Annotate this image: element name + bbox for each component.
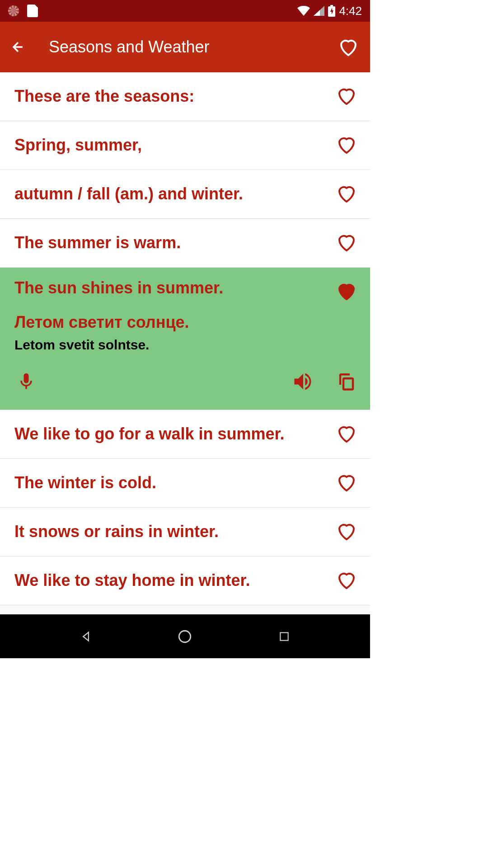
phrase-english: The summer is warm. [14,232,334,254]
favorite-button[interactable] [334,133,359,158]
heart-outline-icon [334,183,359,206]
square-recents-icon [278,631,290,642]
status-time: 4:42 [339,4,362,18]
phrase-english: It snows or rains in winter. [14,521,334,543]
triangle-back-icon [80,630,92,643]
nav-recents-button[interactable] [273,625,296,648]
page-title: Seasons and Weather [49,38,210,57]
favorite-button[interactable] [334,471,359,496]
heart-outline-icon [334,472,359,495]
heart-outline-icon [334,569,359,593]
back-button[interactable] [9,38,27,56]
phrase-row[interactable]: It snows or rains in winter. [0,508,370,557]
favorite-button[interactable] [334,519,359,545]
spinner-icon [8,5,19,16]
phrase-english: The winter is cold. [14,472,334,494]
copy-icon [337,371,356,394]
speaker-button[interactable] [291,370,316,395]
copy-button[interactable] [334,370,359,395]
phrase-english: The sun shines in summer. [14,278,334,297]
phrase-english: autumn / fall (am.) and winter. [14,183,334,205]
circle-home-icon [177,629,192,644]
wifi-icon [297,6,310,16]
heart-outline-icon [334,85,359,108]
phrase-row[interactable]: The winter is cold. [0,459,370,508]
favorite-all-button[interactable] [336,34,361,60]
heart-outline-icon [334,134,359,157]
phrase-english: Spring, summer, [14,134,334,156]
favorite-button[interactable] [334,278,359,304]
favorite-button[interactable] [334,84,359,109]
speaker-icon [291,370,315,395]
phrase-row[interactable]: autumn / fall (am.) and winter. [0,170,370,219]
svg-rect-2 [343,378,353,390]
heart-outline-icon [334,520,359,544]
phrase-list[interactable]: These are the seasons: Spring, summer, a… [0,72,370,614]
phrase-transliteration: Letom svetit solntse. [0,335,370,366]
phrase-english: These are the seasons: [14,85,334,108]
phrase-row[interactable]: The summer is warm. [0,219,370,268]
svg-rect-1 [330,5,333,7]
arrow-left-icon [10,39,26,55]
app-bar: Seasons and Weather [0,22,370,72]
status-bar: 4:42 [0,0,370,22]
favorite-button[interactable] [334,568,359,594]
favorite-button[interactable] [334,422,359,447]
heart-outline-icon [334,231,359,255]
phrase-english: We like to go for a walk in summer. [14,423,334,445]
phrase-row[interactable]: We like to stay home in winter. [0,557,370,605]
svg-rect-4 [280,632,288,640]
system-nav-bar [0,614,370,658]
phrase-row-expanded[interactable]: The sun shines in summer. Летом светит с… [0,268,370,410]
status-left-icons [8,5,38,17]
cellular-icon [314,6,324,16]
heart-outline-icon [334,423,359,446]
phrase-row[interactable]: These are the seasons: [0,72,370,121]
svg-point-3 [179,631,191,642]
phrase-english: We like to stay home in winter. [14,570,334,592]
microphone-icon [16,370,36,395]
phrase-row[interactable]: Spring, summer, [0,121,370,170]
mic-button[interactable] [14,370,39,395]
heart-outline-icon [336,36,361,58]
nav-home-button[interactable] [174,625,196,648]
status-right-icons: 4:42 [297,4,362,18]
favorite-button[interactable] [334,231,359,256]
favorite-button[interactable] [334,182,359,207]
battery-charging-icon [328,5,335,17]
phrase-target-language: Летом светит солнце. [0,307,370,335]
nav-back-button[interactable] [75,625,97,648]
sd-card-icon [27,5,38,17]
phrase-row[interactable]: We like to go for a walk in summer. [0,410,370,459]
